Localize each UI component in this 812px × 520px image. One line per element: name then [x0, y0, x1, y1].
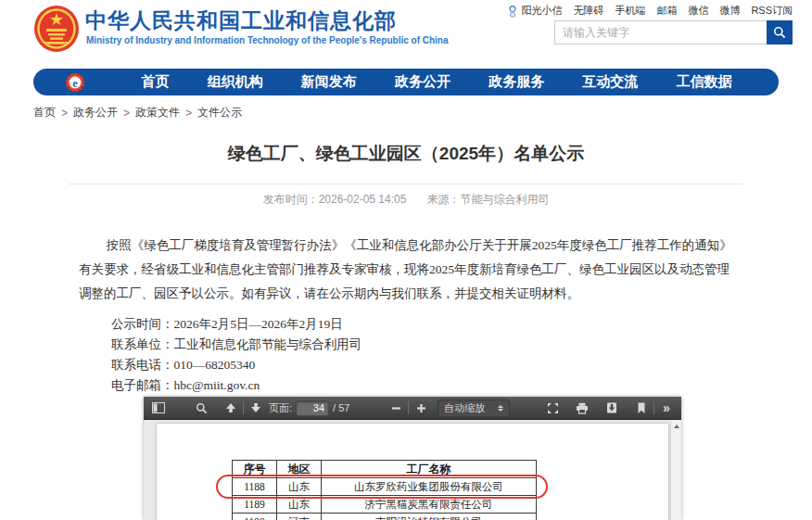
nav-item-organization[interactable]: 组织机构	[208, 73, 263, 91]
cell-region: 山东	[277, 478, 322, 496]
breadcrumb-policy-docs[interactable]: 政策文件	[135, 105, 180, 120]
search-input[interactable]	[554, 20, 767, 44]
table-row: 1188 山东 山东罗欣药业集团股份有限公司	[233, 478, 537, 496]
page-down-icon	[250, 402, 261, 413]
col-header-no: 序号	[233, 461, 277, 478]
table-header-row: 序号 地区 工厂名称	[233, 461, 537, 478]
svg-text:e: e	[72, 76, 78, 89]
nav-item-gov-service[interactable]: 政务服务	[488, 73, 544, 91]
article-title: 绿色工厂、绿色工业园区（2025年）名单公示	[0, 142, 812, 166]
download-button[interactable]	[603, 400, 621, 417]
pdf-toolbar: 页面: / 57 自动缩放	[144, 397, 681, 420]
dropdown-arrows-icon	[498, 405, 503, 412]
contact-unit-line: 联系单位：工业和信息化部节能与综合利用司	[111, 335, 737, 355]
sidebar-toggle-icon	[152, 402, 165, 413]
download-icon	[606, 402, 617, 414]
site-title: 中华人民共和国工业和信息化部	[85, 6, 397, 35]
col-header-region: 地区	[277, 461, 322, 478]
bookmark-icon	[637, 402, 646, 414]
nav-item-news[interactable]: 新闻发布	[301, 73, 357, 91]
nav-item-interaction[interactable]: 互动交流	[582, 73, 638, 91]
title-divider	[70, 184, 742, 184]
toolbar-more-button[interactable]: »	[657, 400, 676, 417]
article-meta: 发布时间：2026-02-05 14:05来源：节能与综合利用司	[0, 192, 812, 208]
bookmark-button[interactable]	[632, 400, 651, 417]
factory-table: 序号 地区 工厂名称 1188 山东 山东罗欣药业集团股份有限公司 1189 山…	[232, 460, 537, 520]
contact-info: 公示时间：2026年2月5日—2026年2月19日 联系单位：工业和信息化部节能…	[79, 314, 737, 396]
breadcrumb-separator: >	[123, 107, 130, 120]
page: 中华人民共和国工业和信息化部 Ministry of Industry and …	[0, 0, 812, 520]
pdf-scrollbar[interactable]	[670, 420, 681, 520]
breadcrumb-doc-notice[interactable]: 文件公示	[197, 105, 242, 120]
print-icon	[576, 402, 589, 414]
scroll-up-arrow-icon	[674, 425, 679, 428]
zoom-out-icon	[391, 403, 401, 413]
print-button[interactable]	[573, 400, 591, 417]
pdf-viewer: 页面: / 57 自动缩放	[144, 397, 681, 520]
breadcrumb-gov-open[interactable]: 政务公开	[73, 105, 118, 120]
search-icon	[773, 26, 786, 39]
cell-factory-name: 济宁黑猫炭黑有限责任公司	[322, 496, 537, 514]
find-button[interactable]	[192, 400, 210, 417]
source-label: 来源：	[426, 193, 460, 206]
page-up-button[interactable]	[222, 400, 240, 417]
contact-email-line: 电子邮箱：hbc@miit.gov.cn	[111, 375, 737, 396]
main-nav: e 首页 组织机构 新闻发布 政务公开 政务服务 互动交流 工信数据	[33, 69, 779, 95]
top-link-weibo[interactable]: 微博	[719, 4, 740, 18]
toolbar-separator	[653, 401, 654, 414]
zoom-in-button[interactable]	[412, 400, 430, 417]
publish-time-label: 发布时间：	[263, 193, 319, 206]
nav-item-home[interactable]: 首页	[142, 73, 170, 91]
cell-no: 1188	[233, 478, 277, 496]
page-down-button[interactable]	[247, 400, 265, 417]
presentation-mode-icon	[547, 402, 559, 414]
zoom-mode-select[interactable]: 自动缩放	[438, 400, 510, 417]
miit-logo-icon: e	[65, 72, 85, 93]
top-link-sunshine[interactable]: 阳光小信	[507, 4, 562, 18]
cell-no: 1190	[233, 514, 277, 520]
cell-region: 山东	[277, 496, 322, 514]
page-number-label: 页面:	[269, 401, 292, 415]
contact-phone-line: 联系电话：010—68205340	[111, 355, 737, 375]
cell-factory-name: 南阳汉冶特钢有限公司	[322, 514, 537, 520]
cell-no: 1189	[233, 496, 277, 514]
article-paragraph: 按照《绿色工厂梯度培育及管理暂行办法》《工业和信息化部办公厅关于开展2025年度…	[79, 234, 737, 306]
page-number-input[interactable]	[296, 400, 329, 416]
zoom-in-icon	[416, 403, 426, 413]
top-link-mail[interactable]: 邮箱	[656, 4, 677, 18]
top-link-accessibility[interactable]: 无障碍	[573, 4, 603, 18]
breadcrumb-separator: >	[185, 107, 192, 120]
publish-time: 2026-02-05 14:05	[319, 193, 407, 206]
zoom-mode-value: 自动缩放	[444, 401, 485, 415]
article-body: 按照《绿色工厂梯度培育及管理暂行办法》《工业和信息化部办公厅关于开展2025年度…	[79, 234, 737, 396]
site-subtitle-en: Ministry of Industry and Information Tec…	[86, 35, 449, 45]
breadcrumb-home[interactable]: 首页	[33, 105, 56, 120]
nav-item-data[interactable]: 工信数据	[676, 73, 731, 91]
mascot-icon	[507, 5, 518, 18]
table-row: 1190 河南 南阳汉冶特钢有限公司	[233, 514, 537, 520]
page-total: / 57	[333, 402, 349, 413]
breadcrumb: 首页 > 政务公开 > 政策文件 > 文件公示	[33, 105, 242, 120]
toolbar-separator	[408, 401, 409, 414]
toolbar-separator	[243, 401, 244, 414]
zoom-out-button[interactable]	[387, 400, 405, 417]
breadcrumb-separator: >	[61, 107, 68, 120]
search-bar	[554, 20, 793, 44]
cell-region: 河南	[277, 514, 322, 520]
top-link-rss[interactable]: RSS订阅	[751, 4, 793, 18]
table-row: 1189 山东 济宁黑猫炭黑有限责任公司	[233, 496, 537, 514]
notice-period-line: 公示时间：2026年2月5日—2026年2月19日	[111, 314, 737, 335]
presentation-mode-button[interactable]	[543, 400, 562, 417]
cell-factory-name: 山东罗欣药业集团股份有限公司	[322, 478, 537, 496]
nav-item-gov-open[interactable]: 政务公开	[395, 73, 450, 91]
sidebar-toggle-button[interactable]	[149, 400, 168, 417]
top-link-wechat[interactable]: 微信	[688, 4, 708, 18]
search-button[interactable]	[767, 20, 793, 44]
nav-items: 首页 组织机构 新闻发布 政务公开 政务服务 互动交流 工信数据	[85, 73, 779, 91]
national-emblem-icon	[33, 5, 80, 53]
page-up-icon	[225, 402, 236, 413]
pdf-page-area: 序号 地区 工厂名称 1188 山东 山东罗欣药业集团股份有限公司 1189 山…	[144, 420, 681, 520]
top-link-mobile[interactable]: 手机端	[615, 4, 645, 18]
top-utility-links: 阳光小信 无障碍 手机端 邮箱 微信 微博 RSS订阅	[507, 4, 793, 18]
find-icon	[196, 402, 208, 414]
